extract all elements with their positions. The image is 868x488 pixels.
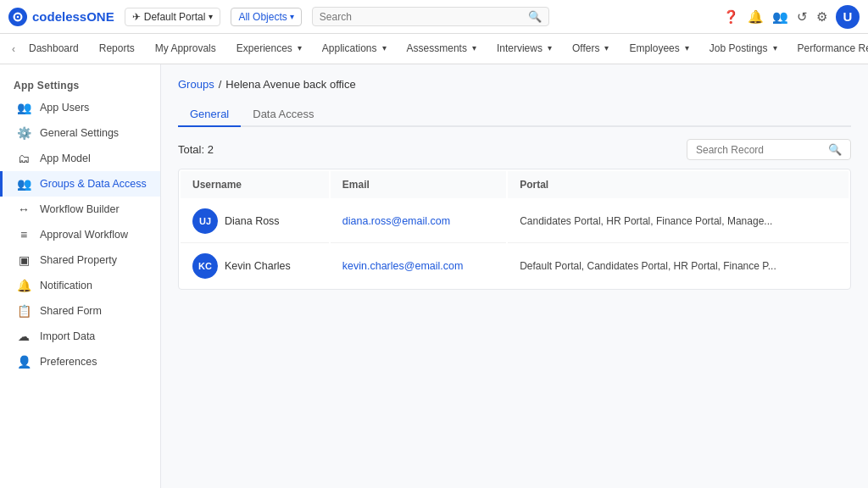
portal-dropdown-icon: ▾ xyxy=(209,12,213,21)
tabs: General Data Access xyxy=(178,103,851,127)
data-table: Username Email Portal UJ Diana Ross xyxy=(178,169,851,290)
search-icon: 🔍 xyxy=(528,10,542,23)
total-label: Total: 2 xyxy=(178,143,214,156)
col-portal: Portal xyxy=(508,171,849,198)
shared-form-icon: 📋 xyxy=(16,304,31,318)
general-settings-icon: ⚙️ xyxy=(16,126,31,140)
cell-portal-2: Default Portal, Candidates Portal, HR Po… xyxy=(508,245,849,287)
search-record-icon: 🔍 xyxy=(828,143,842,156)
sidebar-label-import-data: Import Data xyxy=(40,330,95,342)
sidebar-item-general-settings[interactable]: ⚙️ General Settings xyxy=(0,120,160,146)
logo-text: codelessONE xyxy=(32,9,114,24)
sidebar-label-shared-property: Shared Property xyxy=(40,254,117,266)
all-objects-button[interactable]: All Objects ▾ xyxy=(231,8,301,26)
nav-applications[interactable]: Applications xyxy=(312,34,397,64)
nav-reports[interactable]: Reports xyxy=(89,34,145,64)
sidebar-label-groups-data-access: Groups & Data Access xyxy=(40,178,147,190)
topbar: codelessONE ✈ Default Portal ▾ All Objec… xyxy=(0,0,868,34)
col-email: Email xyxy=(331,171,506,198)
user-cell-1: UJ Diana Ross xyxy=(192,208,317,234)
search-input[interactable] xyxy=(320,11,523,23)
nav-performance-reviews[interactable]: Performance Reviews xyxy=(787,34,869,64)
main-layout: App Settings 👥 App Users ⚙️ General Sett… xyxy=(0,64,868,488)
cell-username-2: KC Kevin Charles xyxy=(181,245,329,287)
nav-offers[interactable]: Offers xyxy=(562,34,619,64)
workflow-builder-icon: ↔ xyxy=(16,202,31,216)
all-objects-dropdown-icon: ▾ xyxy=(290,12,294,21)
topbar-icons: ❓ 🔔 👥 ↺ ⚙ U xyxy=(723,5,860,29)
nav-job-postings[interactable]: Job Postings xyxy=(699,34,787,64)
cell-username-1: UJ Diana Ross xyxy=(181,200,329,243)
search-record-field[interactable] xyxy=(696,144,823,156)
email-kevin[interactable]: kevin.charles@email.com xyxy=(342,260,464,272)
table-row[interactable]: UJ Diana Ross diana.ross@email.com Candi… xyxy=(181,200,849,243)
sidebar-title: App Settings xyxy=(0,73,160,95)
table-row[interactable]: KC Kevin Charles kevin.charles@email.com… xyxy=(181,245,849,287)
sidebar-label-workflow-builder: Workflow Builder xyxy=(40,203,120,215)
approval-workflow-icon: ≡ xyxy=(16,228,31,241)
search-bar[interactable]: 🔍 xyxy=(312,7,549,26)
table-wrapper: Username Email Portal UJ Diana Ross xyxy=(178,169,851,290)
groups-data-access-icon: 👥 xyxy=(16,177,31,191)
sidebar-item-groups-data-access[interactable]: 👥 Groups & Data Access xyxy=(0,171,160,197)
import-data-icon: ☁ xyxy=(16,330,31,343)
plane-icon: ✈ xyxy=(132,11,141,23)
sidebar-label-preferences: Preferences xyxy=(40,356,97,368)
tab-data-access[interactable]: Data Access xyxy=(241,103,326,127)
table-header-row: Total: 2 🔍 xyxy=(178,139,851,160)
content-area: Groups / Helena Avenue back office Gener… xyxy=(161,64,868,488)
notification-icon[interactable]: 🔔 xyxy=(748,9,764,25)
app-users-icon: 👥 xyxy=(16,101,31,114)
sidebar-item-notification[interactable]: 🔔 Notification xyxy=(0,273,160,298)
name-kevin: Kevin Charles xyxy=(225,260,291,272)
tab-general[interactable]: General xyxy=(178,103,241,127)
nav-dashboard[interactable]: Dashboard xyxy=(19,34,89,64)
sidebar-label-notification: Notification xyxy=(40,280,92,291)
cell-email-2: kevin.charles@email.com xyxy=(331,245,506,287)
nav-employees[interactable]: Employees xyxy=(619,34,698,64)
cell-portal-1: Candidates Portal, HR Portal, Finance Po… xyxy=(508,200,849,243)
notification-bell-icon: 🔔 xyxy=(16,279,31,292)
portal-label: Default Portal xyxy=(144,11,206,23)
sidebar-item-approval-workflow[interactable]: ≡ Approval Workflow xyxy=(0,222,160,247)
sidebar-label-general-settings: General Settings xyxy=(40,127,119,139)
sidebar-item-app-users[interactable]: 👥 App Users xyxy=(0,95,160,120)
help-icon[interactable]: ❓ xyxy=(723,9,739,25)
sidebar-item-app-model[interactable]: 🗂 App Model xyxy=(0,146,160,171)
breadcrumb-groups-link[interactable]: Groups xyxy=(178,78,214,91)
app-model-icon: 🗂 xyxy=(16,152,31,165)
cell-email-1: diana.ross@email.com xyxy=(331,200,506,243)
preferences-icon: 👤 xyxy=(16,355,31,369)
navbar: ‹ Dashboard Reports My Approvals Experie… xyxy=(0,34,868,64)
sidebar: App Settings 👥 App Users ⚙️ General Sett… xyxy=(0,64,161,488)
sidebar-item-shared-form[interactable]: 📋 Shared Form xyxy=(0,298,160,324)
sidebar-item-preferences[interactable]: 👤 Preferences xyxy=(0,349,160,374)
settings-icon[interactable]: ⚙ xyxy=(816,9,827,25)
history-icon[interactable]: ↺ xyxy=(797,9,808,25)
user-avatar[interactable]: U xyxy=(836,5,860,29)
sidebar-item-shared-property[interactable]: ▣ Shared Property xyxy=(0,247,160,273)
user-cell-2: KC Kevin Charles xyxy=(192,253,317,279)
avatar-diana: UJ xyxy=(192,208,218,234)
nav-my-approvals[interactable]: My Approvals xyxy=(145,34,226,64)
users-icon[interactable]: 👥 xyxy=(772,9,788,25)
portal-selector[interactable]: ✈ Default Portal ▾ xyxy=(125,8,221,26)
breadcrumb: Groups / Helena Avenue back office xyxy=(178,78,851,91)
portal-diana: Candidates Portal, HR Portal, Finance Po… xyxy=(520,215,772,227)
sidebar-label-shared-form: Shared Form xyxy=(40,305,102,317)
nav-assessments[interactable]: Assessments xyxy=(397,34,487,64)
nav-interviews[interactable]: Interviews xyxy=(487,34,562,64)
logo-icon xyxy=(8,8,27,26)
sidebar-label-app-users: App Users xyxy=(40,102,89,114)
sidebar-label-app-model: App Model xyxy=(40,152,91,164)
nav-experiences[interactable]: Experiences xyxy=(226,34,312,64)
search-record-input[interactable]: 🔍 xyxy=(687,139,851,160)
logo[interactable]: codelessONE xyxy=(8,8,114,26)
email-diana[interactable]: diana.ross@email.com xyxy=(342,215,450,227)
svg-point-1 xyxy=(17,15,19,18)
sidebar-item-workflow-builder[interactable]: ↔ Workflow Builder xyxy=(0,197,160,222)
nav-left-arrow[interactable]: ‹ xyxy=(8,43,19,55)
name-diana: Diana Ross xyxy=(225,215,280,227)
shared-property-icon: ▣ xyxy=(16,253,31,267)
sidebar-item-import-data[interactable]: ☁ Import Data xyxy=(0,324,160,349)
